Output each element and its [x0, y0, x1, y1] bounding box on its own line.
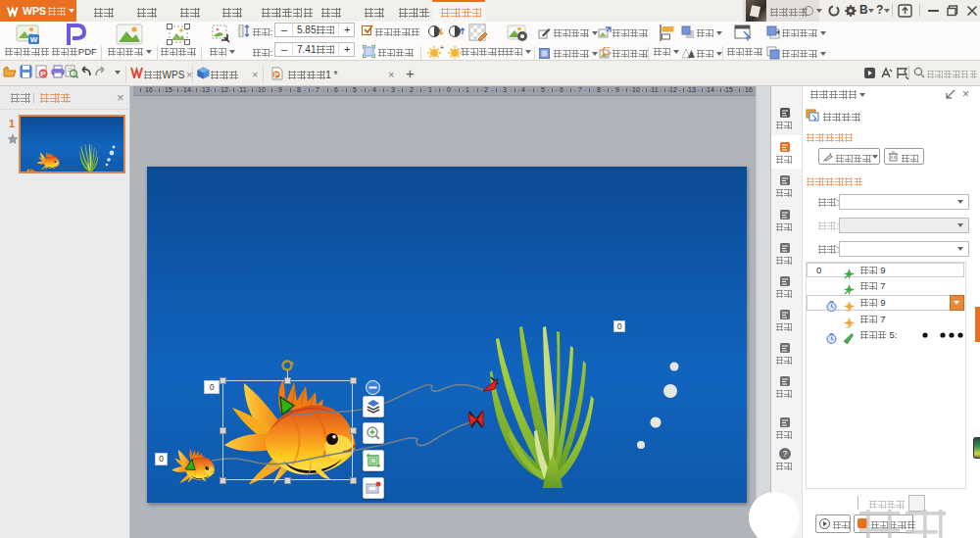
svg-text:W: W	[30, 35, 38, 44]
svg-text:+: +	[440, 45, 444, 51]
svg-text:P: P	[273, 71, 278, 79]
svg-text:P: P	[40, 70, 46, 78]
